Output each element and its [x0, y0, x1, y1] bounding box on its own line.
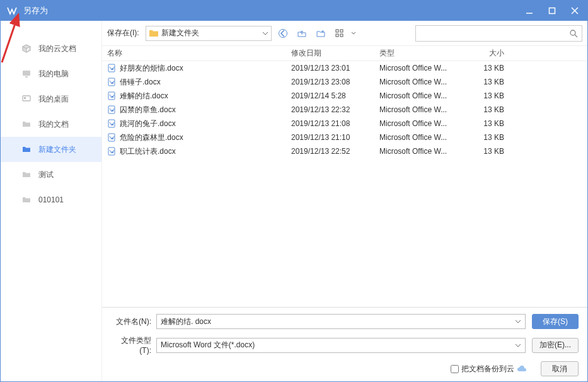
- location-label: 保存在(I):: [107, 28, 139, 38]
- file-name: 危险的森林里.docx: [120, 132, 183, 143]
- column-date[interactable]: 修改日期: [291, 48, 379, 59]
- file-size: 13 KB: [461, 147, 512, 156]
- sidebar-item-my-computer[interactable]: 我的电脑: [1, 61, 101, 86]
- folder-icon: [21, 194, 32, 205]
- docx-icon: [107, 119, 116, 128]
- docx-icon: [107, 105, 116, 114]
- sidebar-item-new-folder[interactable]: 新建文件夹: [1, 137, 101, 162]
- chevron-down-icon[interactable]: [515, 320, 521, 323]
- back-button[interactable]: [275, 26, 291, 41]
- svg-rect-5: [23, 71, 30, 76]
- file-type: Microsoft Office W...: [379, 78, 461, 86]
- file-date: 2019/12/13 23:08: [291, 78, 379, 86]
- file-row[interactable]: 跳河的兔子.docx2019/12/13 21:08Microsoft Offi…: [102, 117, 587, 130]
- file-date: 2019/12/13 23:01: [291, 64, 379, 72]
- file-date: 2019/12/13 21:08: [291, 119, 379, 128]
- svg-point-9: [279, 29, 287, 37]
- file-row[interactable]: 危险的森林里.docx2019/12/13 21:10Microsoft Off…: [102, 130, 587, 144]
- save-as-dialog: 另存为 我的云文档 我的电脑 我的桌面 我的文档: [0, 0, 588, 382]
- file-size: 13 KB: [461, 105, 512, 114]
- sidebar-item-label: 我的电脑: [38, 69, 69, 79]
- file-name: 借锤子.docx: [120, 77, 161, 88]
- file-date: 2019/12/14 5:28: [291, 91, 379, 100]
- docx-icon: [107, 78, 116, 86]
- location-value: 新建文件夹: [161, 28, 199, 38]
- sidebar-item-my-documents[interactable]: 我的文档: [1, 112, 101, 137]
- file-type: Microsoft Office W...: [379, 105, 461, 114]
- view-button[interactable]: [332, 26, 347, 41]
- search-box[interactable]: [415, 25, 582, 42]
- sidebar-item-label: 我的文档: [38, 119, 69, 130]
- up-folder-button[interactable]: [294, 26, 309, 41]
- svg-rect-13: [340, 34, 343, 37]
- file-size: 13 KB: [461, 64, 512, 72]
- chevron-down-icon[interactable]: [351, 32, 356, 35]
- svg-point-14: [570, 30, 575, 35]
- sidebar-item-010101[interactable]: 010101: [1, 187, 101, 212]
- encrypt-button[interactable]: 加密(E)...: [532, 338, 579, 353]
- minimize-button[interactable]: [522, 3, 537, 18]
- chevron-down-icon[interactable]: [515, 344, 521, 347]
- backup-checkbox[interactable]: 把文档备份到云: [451, 364, 527, 374]
- docx-icon: [107, 133, 116, 142]
- svg-rect-2: [550, 8, 555, 14]
- svg-rect-6: [25, 76, 28, 78]
- file-name: 职工统计表.docx: [120, 146, 176, 157]
- filename-input[interactable]: 难解的结. docx: [156, 314, 526, 329]
- file-type: Microsoft Office W...: [379, 64, 461, 72]
- file-row[interactable]: 好朋友的烦恼.docx2019/12/13 23:01Microsoft Off…: [102, 61, 587, 75]
- docx-icon: [107, 91, 116, 100]
- backup-label: 把文档备份到云: [461, 364, 514, 374]
- sidebar-item-label: 010101: [38, 195, 64, 204]
- file-name: 跳河的兔子.docx: [120, 119, 176, 129]
- backup-checkbox-input[interactable]: [451, 365, 459, 373]
- file-list: 名称 修改日期 类型 大小 好朋友的烦恼.docx2019/12/13 23:0…: [102, 46, 587, 307]
- search-input[interactable]: [420, 29, 569, 38]
- toolbar: 保存在(I): 新建文件夹: [102, 21, 587, 46]
- file-date: 2019/12/13 21:10: [291, 133, 379, 142]
- file-row[interactable]: 难解的结.docx2019/12/14 5:28Microsoft Office…: [102, 89, 587, 103]
- folder-icon: [21, 119, 32, 130]
- file-date: 2019/12/13 22:52: [291, 147, 379, 156]
- file-row[interactable]: 借锤子.docx2019/12/13 23:08Microsoft Office…: [102, 75, 587, 89]
- docx-icon: [107, 64, 116, 72]
- close-button[interactable]: [567, 3, 582, 18]
- filetype-label: 文件类型(T):: [111, 335, 156, 355]
- sidebar-item-label: 新建文件夹: [38, 144, 76, 155]
- sidebar-item-cloud-docs[interactable]: 我的云文档: [1, 36, 101, 61]
- filetype-input[interactable]: Microsoft Word 文件(*.docx): [156, 338, 526, 353]
- maximize-button[interactable]: [545, 3, 560, 18]
- file-row[interactable]: 职工统计表.docx2019/12/13 22:52Microsoft Offi…: [102, 144, 587, 158]
- sidebar-item-label: 我的云文档: [38, 43, 76, 54]
- search-icon[interactable]: [569, 29, 578, 38]
- sidebar: 我的云文档 我的电脑 我的桌面 我的文档 新建文件夹 测试: [1, 21, 101, 381]
- file-name: 难解的结.docx: [120, 91, 168, 101]
- sidebar-item-test[interactable]: 测试: [1, 162, 101, 187]
- folder-icon: [21, 169, 32, 180]
- desktop-icon: [21, 93, 32, 105]
- svg-line-15: [575, 35, 577, 37]
- new-folder-button[interactable]: [313, 26, 328, 41]
- folder-icon: [21, 144, 32, 155]
- chevron-down-icon: [262, 32, 268, 35]
- bottom-panel: 文件名(N): 难解的结. docx 保存(S) 文件类型(T): Micros…: [102, 307, 587, 381]
- column-name[interactable]: 名称: [102, 48, 291, 59]
- file-row[interactable]: 囚禁的章鱼.docx2019/12/13 22:32Microsoft Offi…: [102, 103, 587, 117]
- file-date: 2019/12/13 22:32: [291, 105, 379, 114]
- svg-rect-11: [340, 30, 343, 32]
- save-button[interactable]: 保存(S): [532, 314, 579, 329]
- location-combo[interactable]: 新建文件夹: [146, 26, 272, 41]
- folder-icon: [149, 29, 159, 38]
- sidebar-item-label: 我的桌面: [38, 94, 69, 105]
- svg-rect-7: [23, 96, 30, 101]
- sidebar-item-label: 测试: [38, 170, 54, 180]
- file-list-header: 名称 修改日期 类型 大小: [102, 46, 587, 61]
- sidebar-item-desktop[interactable]: 我的桌面: [1, 86, 101, 112]
- cancel-button[interactable]: 取消: [541, 361, 579, 376]
- file-size: 13 KB: [461, 119, 512, 128]
- file-name: 好朋友的烦恼.docx: [120, 63, 183, 74]
- column-type[interactable]: 类型: [379, 48, 461, 59]
- docx-icon: [107, 147, 116, 156]
- file-type: Microsoft Office W...: [379, 133, 461, 142]
- column-size[interactable]: 大小: [461, 48, 512, 59]
